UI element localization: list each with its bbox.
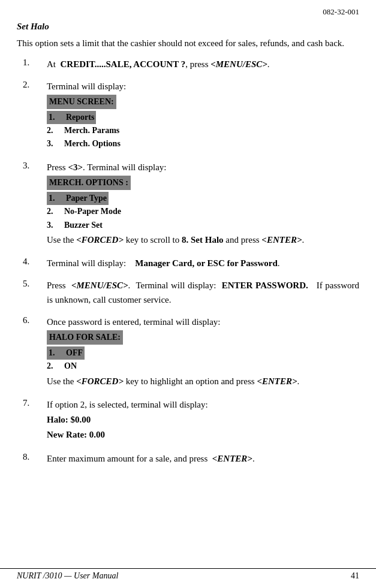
step-3: 3. Press <3>. Terminal will display: MER… <box>23 161 359 248</box>
footer: NURIT /3010 — User Manual 41 <box>0 568 376 581</box>
step-1-credit: CREDIT.....SALE, ACCOUNT ? <box>61 59 186 69</box>
step-2-item-1: 1. Reports <box>47 111 359 124</box>
step-6-item-1: 1. OFF <box>47 346 359 360</box>
step-2-item-2: 2. Merch. Params <box>47 124 359 137</box>
step-4-content: Terminal will display: Manager Card, or … <box>47 257 359 270</box>
step-3-list: 1. Paper Type 2. No-Paper Mode 3. Buzzer… <box>47 192 359 232</box>
step-2-list: 1. Reports 2. Merch. Params 3. Merch. Op… <box>47 111 359 151</box>
section-title: Set Halo <box>17 22 359 32</box>
step-3-item-2: 2. No-Paper Mode <box>47 205 359 218</box>
step-3-extra: Use the <FORCED> key to scroll to 8. Set… <box>47 233 359 247</box>
step-6-num: 6. <box>23 315 47 325</box>
step-8-key: <ENTER> <box>212 454 252 463</box>
step-6-content: Once password is entered, terminal will … <box>47 315 359 390</box>
step-4-display: Manager Card, or ESC for Password <box>135 258 278 268</box>
step-2-content: Terminal will display: MENU SCREEN: 1. R… <box>47 80 359 152</box>
intro-text: This option sets a limit that the cashie… <box>17 37 359 50</box>
step-6-label: Once password is entered, terminal will … <box>47 315 359 329</box>
step-2-label: Terminal will display: <box>47 80 359 94</box>
step-3-content: Press <3>. Terminal will display: MERCH.… <box>47 161 359 248</box>
step-5-num: 5. <box>23 279 47 289</box>
step-7-line-2: New Rate: 0.00 <box>47 428 359 442</box>
step-7: 7. If option 2, is selected, terminal wi… <box>23 398 359 444</box>
step-2-item-3: 3. Merch. Options <box>47 137 359 150</box>
step-3-label: Press <3>. Terminal will display: <box>47 161 359 174</box>
step-3-item-1: 1. Paper Type <box>47 192 359 205</box>
step-4: 4. Terminal will display: Manager Card, … <box>23 257 359 270</box>
step-6-extra: Use the <FORCED> key to highlight an opt… <box>47 375 359 388</box>
step-7-content: If option 2, is selected, terminal will … <box>47 398 359 444</box>
step-2-num: 2. <box>23 80 47 90</box>
step-6-list: 1. OFF 2. ON <box>47 346 359 373</box>
step-8-num: 8. <box>23 452 47 462</box>
step-6-screen-label: HALO FOR SALE: <box>47 330 123 345</box>
step-1-num: 1. <box>23 58 47 68</box>
footer-left: NURIT /3010 — User Manual <box>17 571 118 581</box>
step-6-item-2: 2. ON <box>47 360 359 373</box>
step-2-screen-label: MENU SCREEN: <box>47 95 116 109</box>
step-5-key: <MENU/ESC> <box>71 281 128 290</box>
step-1-key: <MENU/ESC> <box>210 59 267 69</box>
step-8: 8. Enter maximum amount for a sale, and … <box>23 452 359 466</box>
step-1-content: At CREDIT.....SALE, ACCOUNT ?, press <ME… <box>47 58 359 71</box>
step-4-num: 4. <box>23 257 47 267</box>
step-5-display: ENTER PASSWORD. <box>222 281 308 290</box>
step-3-num: 3. <box>23 161 47 171</box>
header-ref: 082-32-001 <box>17 7 359 17</box>
step-7-num: 7. <box>23 398 47 408</box>
step-3-screen-label: MERCH. OPTIONS : <box>47 176 131 190</box>
step-3-item-3: 3. Buzzer Set <box>47 219 359 232</box>
footer-right: 41 <box>351 571 359 581</box>
step-5: 5. Press <MENU/ESC>. Terminal will displ… <box>23 279 359 307</box>
step-8-content: Enter maximum amount for a sale, and pre… <box>47 452 359 466</box>
steps-container: 1. At CREDIT.....SALE, ACCOUNT ?, press … <box>23 58 359 466</box>
step-7-line-1: Halo: $0.00 <box>47 413 359 427</box>
step-5-content: Press <MENU/ESC>. Terminal will display:… <box>47 279 359 307</box>
step-2: 2. Terminal will display: MENU SCREEN: 1… <box>23 80 359 152</box>
step-1: 1. At CREDIT.....SALE, ACCOUNT ?, press … <box>23 58 359 71</box>
step-7-label: If option 2, is selected, terminal will … <box>47 398 359 412</box>
step-6: 6. Once password is entered, terminal wi… <box>23 315 359 390</box>
